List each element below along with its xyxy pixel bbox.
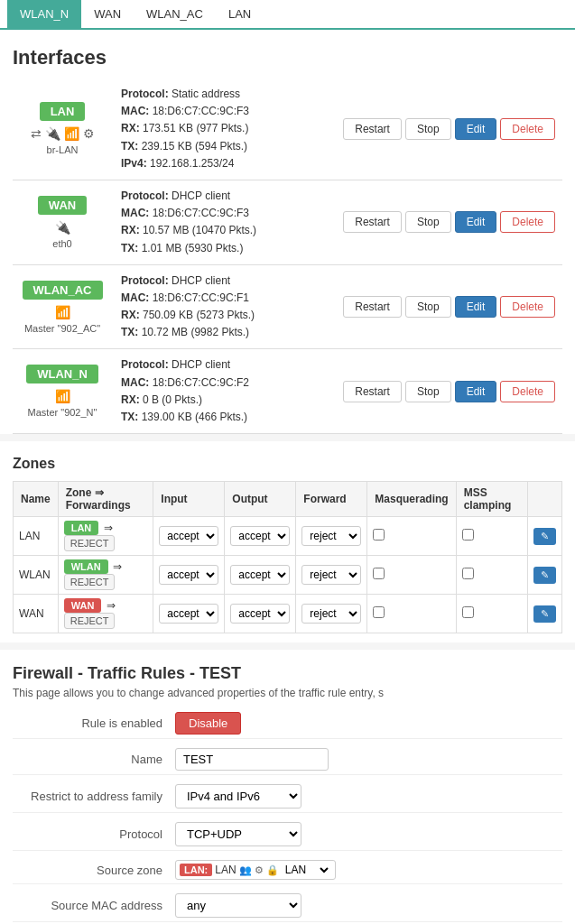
delete-button-wlan-ac[interactable]: Delete xyxy=(500,296,555,318)
forward-select-wan[interactable]: rejectacceptdrop xyxy=(301,604,361,624)
col-masq: Masquerading xyxy=(367,482,456,517)
zones-title: Zones xyxy=(13,450,562,481)
src-mac-control: any xyxy=(175,893,562,918)
edit-button-wlan-ac[interactable]: Edit xyxy=(455,296,497,318)
tx-value-wlan-ac: 10.72 MB (9982 Pkts.) xyxy=(142,326,249,338)
iface-icon-wan: WAN 🔌 eth0 xyxy=(13,180,112,264)
tab-wlan-ac[interactable]: WLAN_AC xyxy=(134,0,216,28)
protocol-label-wlan-n: Protocol: xyxy=(121,358,169,371)
src-zone-tag-text: LAN xyxy=(215,864,236,876)
stop-button-lan[interactable]: Stop xyxy=(405,118,451,140)
restrict-control: IPv4 and IPv6 IPv4 only IPv6 only xyxy=(175,784,562,808)
protocol-control: TCP+UDP TCP UDP ICMP all xyxy=(175,822,562,846)
mac-value-wlan-ac: 18:D6:C7:CC:9C:F1 xyxy=(153,291,249,304)
reject-badge-wlan: REJECT xyxy=(64,574,116,590)
masq-checkbox-lan[interactable] xyxy=(373,529,385,541)
top-navigation: WLAN_N WAN WLAN_AC LAN xyxy=(0,0,575,30)
iface-icon-sym4: ⚙ xyxy=(83,126,95,141)
col-mss: MSS clamping xyxy=(456,482,527,517)
mac-value-wlan-n: 18:D6:C7:CC:9C:F2 xyxy=(153,376,249,389)
ipv4-value: 192.168.1.253/24 xyxy=(150,157,234,170)
restart-button-wan[interactable]: Restart xyxy=(343,211,402,233)
iface-info-wlan-ac: Protocol: DHCP client MAC: 18:D6:C7:CC:9… xyxy=(112,264,294,349)
src-mac-row: Source MAC address any xyxy=(13,890,562,922)
iface-buttons-wlan-n: Restart Stop Edit Delete xyxy=(294,349,562,434)
tx-label-wan: TX: xyxy=(121,242,138,254)
iface-info-wlan-n: Protocol: DHCP client MAC: 18:D6:C7:CC:9… xyxy=(112,349,294,434)
iface-icon-lan: LAN ⇄ 🔌 📶 ⚙ br-LAN xyxy=(13,79,112,180)
restrict-select[interactable]: IPv4 and IPv6 IPv4 only IPv6 only xyxy=(175,784,301,808)
forward-select-lan[interactable]: rejectacceptdrop xyxy=(301,526,361,546)
protocol-select[interactable]: TCP+UDP TCP UDP ICMP all xyxy=(175,822,301,846)
edit-button-wan[interactable]: Edit xyxy=(455,211,497,233)
disable-button[interactable]: Disable xyxy=(175,712,241,735)
zone-forwardings-wlan: WLAN ⇒ REJECT xyxy=(58,556,153,595)
iface-sub-label-wlan-n: Master "902_N" xyxy=(28,407,97,418)
src-zone-select[interactable]: LANWANWLAN xyxy=(282,863,331,877)
name-label: Name xyxy=(13,753,175,766)
tab-wan[interactable]: WAN xyxy=(81,0,134,28)
zone-masq-wlan xyxy=(367,556,456,595)
stop-button-wlan-ac[interactable]: Stop xyxy=(405,296,451,318)
edit-button-lan[interactable]: Edit xyxy=(455,118,497,140)
name-field[interactable] xyxy=(175,748,329,771)
zone-name-wan: WAN xyxy=(14,595,59,633)
zone-edit-button-lan[interactable]: ✎ xyxy=(533,528,556,545)
protocol-value-wlan-n: DHCP client xyxy=(172,358,230,371)
input-select-wlan[interactable]: acceptrejectdrop xyxy=(159,565,218,585)
mac-label: MAC: xyxy=(121,105,149,117)
zone-masq-wan xyxy=(367,595,456,633)
tx-value-wan: 1.01 MB (5930 Pkts.) xyxy=(142,242,244,254)
zone-edit-button-wlan[interactable]: ✎ xyxy=(533,567,556,584)
mss-checkbox-lan[interactable] xyxy=(462,529,474,541)
protocol-value-wlan-ac: DHCP client xyxy=(172,274,230,287)
zone-output-wan: acceptrejectdrop xyxy=(225,595,296,633)
rule-enabled-row: Rule is enabled Disable xyxy=(13,708,562,739)
protocol-label-wlan-ac: Protocol: xyxy=(121,274,169,287)
interfaces-title: Interfaces xyxy=(13,39,562,79)
input-select-wan[interactable]: acceptrejectdrop xyxy=(159,604,218,624)
iface-sub-label-lan: br-LAN xyxy=(47,144,79,155)
restart-button-lan[interactable]: Restart xyxy=(343,118,402,140)
zone-input-wan: acceptrejectdrop xyxy=(153,595,225,633)
protocol-label: Protocol: xyxy=(121,88,169,100)
zone-edit-button-wan[interactable]: ✎ xyxy=(533,605,556,623)
tab-lan[interactable]: LAN xyxy=(216,0,264,28)
stop-button-wan[interactable]: Stop xyxy=(405,211,451,233)
input-select-lan[interactable]: acceptrejectdrop xyxy=(159,526,218,546)
name-control xyxy=(175,748,562,771)
protocol-row: Protocol TCP+UDP TCP UDP ICMP all xyxy=(13,818,562,851)
firewall-desc: This page allows you to change advanced … xyxy=(13,687,562,708)
delete-button-wan[interactable]: Delete xyxy=(500,211,555,233)
zone-forwardings-wan: WAN ⇒ REJECT xyxy=(58,595,153,633)
firewall-form: Rule is enabled Disable Name Restrict to… xyxy=(13,708,562,924)
tx-value-wlan-n: 139.00 KB (466 Pkts.) xyxy=(142,411,247,423)
lan-badge: LAN xyxy=(40,102,86,121)
forward-select-wlan[interactable]: rejectacceptdrop xyxy=(301,565,361,585)
mss-checkbox-wan[interactable] xyxy=(462,606,474,618)
protocol-value: Static address xyxy=(172,88,240,100)
iface-info-lan: Protocol: Static address MAC: 18:D6:C7:C… xyxy=(112,79,294,180)
ipv4-label: IPv4: xyxy=(121,157,147,170)
mss-checkbox-wlan[interactable] xyxy=(462,568,474,579)
src-mac-select[interactable]: any xyxy=(175,893,301,918)
output-select-lan[interactable]: acceptrejectdrop xyxy=(230,526,290,546)
zone-badge-wlan: WLAN xyxy=(64,559,108,574)
arrow-icon: ⇒ xyxy=(104,522,113,534)
delete-button-lan[interactable]: Delete xyxy=(500,118,555,140)
edit-button-wlan-n[interactable]: Edit xyxy=(455,381,497,402)
delete-button-wlan-n[interactable]: Delete xyxy=(500,381,555,402)
output-select-wlan[interactable]: acceptrejectdrop xyxy=(230,565,290,585)
iface-sub-label-wlan-ac: Master "902_AC" xyxy=(24,323,100,334)
iface-icon-sym: ⇄ xyxy=(31,126,42,141)
reject-badge-lan: REJECT xyxy=(64,535,116,551)
stop-button-wlan-n[interactable]: Stop xyxy=(405,381,451,402)
restart-button-wlan-n[interactable]: Restart xyxy=(343,381,402,402)
output-select-wan[interactable]: acceptrejectdrop xyxy=(230,604,290,624)
masq-checkbox-wlan[interactable] xyxy=(373,568,385,579)
restart-button-wlan-ac[interactable]: Restart xyxy=(343,296,402,318)
zone-name-lan: LAN xyxy=(14,517,59,556)
masq-checkbox-wan[interactable] xyxy=(373,606,385,618)
col-input: Input xyxy=(153,482,225,517)
tab-wlan-n[interactable]: WLAN_N xyxy=(7,0,81,28)
